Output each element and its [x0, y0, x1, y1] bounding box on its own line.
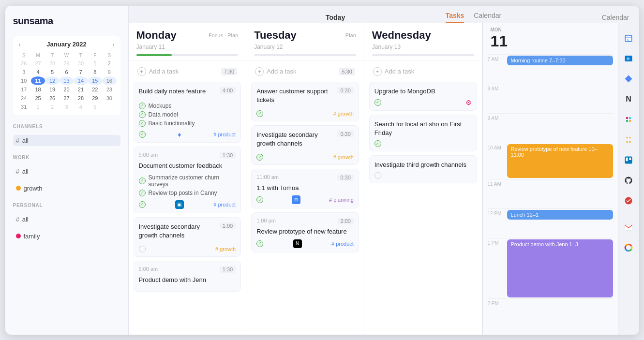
channel-personal-all[interactable]: # all: [13, 214, 120, 225]
time-label: 9 AM: [488, 114, 503, 121]
task-investigate-third[interactable]: Investigate third growth channels: [369, 155, 477, 183]
color-wheel-icon[interactable]: [621, 240, 636, 255]
tuesday-add-task[interactable]: + Add a task 5:30: [251, 64, 359, 79]
cal-prev-button[interactable]: ‹: [17, 40, 23, 49]
cal-cell[interactable]: 25: [31, 94, 45, 103]
slack2-icon[interactable]: [621, 133, 636, 147]
wednesday-header: Wednesday January 13: [364, 23, 482, 60]
cal-cell[interactable]: 12: [45, 76, 59, 85]
task-title: Review prototype of new feature: [256, 227, 354, 236]
cal-cell[interactable]: 28: [45, 59, 59, 68]
cal-cell[interactable]: 16: [102, 76, 116, 85]
cal-cell[interactable]: 9: [102, 68, 116, 76]
monday-header: Monday Focus · Plan January 11: [129, 23, 246, 60]
time-events: [507, 179, 613, 208]
channel-work-all[interactable]: # all: [13, 166, 120, 177]
task-title: Build daily notes feature: [139, 87, 206, 96]
cal-cell[interactable]: 30: [74, 59, 88, 68]
task-check: [256, 110, 263, 117]
task-upgrade-mongodb[interactable]: Upgrade to MongoDB ⚙: [369, 82, 477, 111]
cal-cell[interactable]: 5: [45, 68, 59, 76]
task-build-daily-notes[interactable]: Build daily notes feature 4:00 Mockups D…: [134, 82, 241, 143]
tab-calendar[interactable]: Calendar: [474, 12, 501, 23]
cal-cell[interactable]: 22: [88, 85, 102, 94]
cal-cell[interactable]: 28: [74, 94, 88, 103]
cal-cell[interactable]: 17: [17, 85, 31, 94]
task-check: [256, 196, 263, 203]
cal-cell[interactable]: 27: [31, 59, 45, 68]
separator: [623, 214, 634, 214]
github-icon[interactable]: [621, 173, 636, 188]
slack-icon[interactable]: [621, 112, 636, 127]
cal-cell[interactable]: 13: [60, 76, 74, 85]
trello-icon[interactable]: [621, 153, 636, 167]
cal-cell[interactable]: 10: [17, 76, 31, 85]
cal-cell[interactable]: 29: [60, 59, 74, 68]
cal-cell[interactable]: 21: [74, 85, 88, 94]
cal-event-morning-routine[interactable]: Morning routine 7–7:30: [507, 56, 613, 65]
cal-cell[interactable]: 26: [45, 94, 59, 103]
cal-cell[interactable]: 1: [88, 59, 102, 68]
task-answer-support[interactable]: Answer customer support tickets 0:30 # g…: [251, 82, 359, 121]
cal-cell-today[interactable]: 11: [31, 76, 45, 85]
todoist-icon[interactable]: [621, 193, 636, 208]
cal-cell[interactable]: 2: [102, 59, 116, 68]
task-investigate-secondary[interactable]: Investigate secondary growth channels 1:…: [134, 217, 241, 257]
monday-meta: Focus · Plan: [209, 32, 238, 38]
cal-cell[interactable]: 26: [17, 59, 31, 68]
channel-growth[interactable]: growth: [13, 183, 120, 194]
wednesday-add-task[interactable]: + Add a task: [369, 64, 477, 79]
cal-cell[interactable]: 20: [60, 85, 74, 94]
cal-next-button[interactable]: ›: [111, 40, 117, 49]
channel-family[interactable]: family: [13, 231, 120, 242]
time-label: 7 AM: [488, 55, 503, 62]
cal-cell[interactable]: 4: [31, 68, 45, 76]
cal-cell[interactable]: [102, 103, 116, 111]
cal-event-product-demo[interactable]: Product demo with Jenn 1–3: [507, 239, 613, 297]
task-product-demo[interactable]: 9:00 am 1:30 Product demo with Jenn: [134, 261, 241, 292]
task-review-prototype[interactable]: 1:00 pm 2:00 Review prototype of new fea…: [251, 212, 359, 252]
task-investigate-tuesday[interactable]: Investigate secondary growth channels 0:…: [251, 125, 359, 165]
task-document-customer-feedback[interactable]: 9:00 am 1:30 Document customer feedback …: [134, 147, 241, 213]
cal-cell[interactable]: 24: [17, 94, 31, 103]
channel-all[interactable]: # all: [13, 135, 120, 146]
cal-cell[interactable]: 31: [17, 103, 31, 111]
cal-event-review-prototype[interactable]: Review prototype of new feature 10–11:00: [507, 144, 613, 178]
cal-cell[interactable]: 30: [102, 94, 116, 103]
notion-icon[interactable]: N: [621, 92, 636, 106]
cal-cell[interactable]: 1: [31, 103, 45, 111]
cal-cell[interactable]: 7: [74, 68, 88, 76]
cal-cell[interactable]: 3: [17, 68, 31, 76]
cal-cell[interactable]: 2: [45, 103, 59, 111]
gmail-icon[interactable]: [621, 220, 636, 235]
task-11-tomoa[interactable]: 11:00 am 0:30 1:1 with Tomoa ⊞ # plannin…: [251, 169, 359, 208]
outlook-icon[interactable]: ✉: [621, 51, 636, 66]
cal-cell[interactable]: 14: [74, 76, 88, 85]
right-calendar-label[interactable]: Calendar: [602, 14, 629, 21]
monday-add-task[interactable]: + Add a task 7:30: [134, 64, 241, 79]
task-check: [256, 154, 263, 161]
task-duration: 0:30: [337, 174, 353, 181]
monday-name: Monday: [136, 29, 177, 42]
cal-cell[interactable]: 27: [60, 94, 74, 103]
cal-cell[interactable]: 19: [45, 85, 59, 94]
cal-cell[interactable]: 15: [88, 76, 102, 85]
cal-cell[interactable]: 3: [60, 103, 74, 111]
cal-cell[interactable]: 29: [88, 94, 102, 103]
add-task-time: 7:30: [221, 68, 237, 75]
google-calendar-icon[interactable]: G: [621, 31, 636, 45]
check-icon: [139, 111, 146, 118]
cal-cell[interactable]: 4: [74, 103, 88, 111]
cal-cell[interactable]: 8: [88, 68, 102, 76]
task-art-show[interactable]: Search for local art sho on First Friday: [369, 115, 477, 151]
linear-icon[interactable]: [621, 72, 636, 86]
channel-label: family: [24, 233, 40, 240]
cal-cell[interactable]: 18: [31, 85, 45, 94]
work-label: WORK: [13, 155, 120, 160]
cal-cell[interactable]: 6: [60, 68, 74, 76]
cal-event-lunch[interactable]: Lunch 12–1: [507, 210, 613, 220]
task-check: [374, 99, 381, 106]
cal-cell[interactable]: 5: [88, 103, 102, 111]
tab-tasks[interactable]: Tasks: [446, 12, 464, 23]
cal-cell[interactable]: 23: [102, 85, 116, 94]
